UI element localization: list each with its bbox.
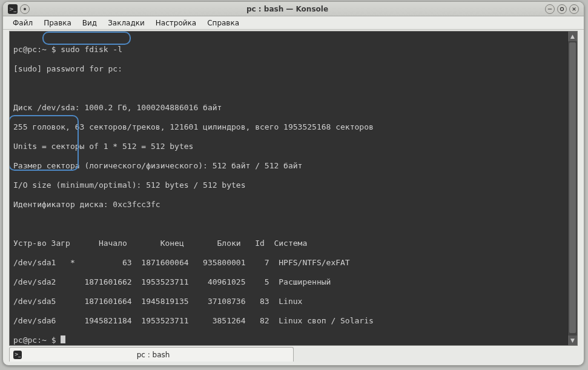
io-size-line: I/O size (minimum/optimal): 512 bytes / … — [13, 180, 564, 190]
prompt-symbol-2: $ — [51, 335, 56, 345]
sudo-password-line: [sudo] password for pc: — [13, 64, 564, 74]
menubar: Файл Правка Вид Закладки Настройка Справ… — [3, 16, 584, 30]
prompt-line-1: pc@pc:~ $ sudo fdisk -l — [13, 45, 564, 55]
heads-line: 255 головок, 63 секторов/треков, 121601 … — [13, 122, 564, 132]
tabbar: >_ pc : bash — [9, 347, 578, 362]
window-controls — [545, 4, 584, 14]
partition-row-sda1: /dev/sda1 * 63 1871600064 935800001 7 HP… — [13, 258, 564, 268]
partition-row-sda5: /dev/sda5 1871601664 1945819135 37108736… — [13, 297, 564, 306]
window-title: pc : bash — Konsole — [30, 5, 545, 13]
app-icon: >_ — [8, 4, 18, 14]
terminal-icon: >_ — [13, 351, 22, 359]
prompt-user-2: pc@pc:~ — [13, 335, 47, 345]
maximize-button[interactable] — [557, 4, 567, 14]
close-button[interactable] — [569, 4, 579, 14]
menu-file[interactable]: Файл — [8, 18, 38, 28]
scroll-up-button[interactable]: ▲ — [568, 31, 577, 41]
sector-size-line: Размер сектора (логического/физического)… — [13, 161, 564, 171]
menu-settings[interactable]: Настройка — [151, 18, 201, 28]
blank-line — [13, 84, 564, 93]
svg-point-0 — [24, 8, 26, 10]
titlebar-left-icons: >_ — [3, 4, 30, 14]
partition-table-header: Устр-во Загр Начало Конец Блоки Id Систе… — [13, 239, 564, 248]
disk-id-line: Идентификатор диска: 0xc3fcc3fc — [13, 200, 564, 210]
command-text: sudo fdisk -l — [61, 45, 122, 54]
prompt-line-2: pc@pc:~ $ — [13, 335, 564, 345]
blank-line-2 — [13, 219, 564, 229]
prompt-symbol: $ — [51, 45, 56, 54]
terminal[interactable]: pc@pc:~ $ sudo fdisk -l [sudo] password … — [10, 31, 567, 345]
scroll-thumb[interactable] — [569, 42, 576, 333]
tab-label: pc : bash — [25, 351, 293, 359]
menu-help[interactable]: Справка — [202, 18, 244, 28]
konsole-window: >_ pc : bash — Konsole Файл Правка Вид З… — [2, 1, 584, 366]
titlebar-pin-button[interactable] — [20, 4, 30, 14]
scroll-down-button[interactable]: ▼ — [568, 335, 577, 345]
highlight-command — [42, 31, 131, 45]
units-line: Units = секторы of 1 * 512 = 512 bytes — [13, 142, 564, 151]
terminal-area: pc@pc:~ $ sudo fdisk -l [sudo] password … — [9, 31, 578, 346]
scrollbar[interactable]: ▲ ▼ — [567, 31, 577, 345]
menu-view[interactable]: Вид — [78, 18, 102, 28]
menu-bookmarks[interactable]: Закладки — [103, 18, 150, 28]
prompt-user: pc@pc:~ — [13, 45, 47, 54]
svg-point-2 — [560, 7, 563, 10]
partition-row-sda6: /dev/sda6 1945821184 1953523711 3851264 … — [13, 316, 564, 326]
titlebar: >_ pc : bash — Konsole — [3, 2, 584, 16]
menu-edit[interactable]: Правка — [39, 18, 76, 28]
cursor — [61, 335, 65, 343]
partition-row-sda2: /dev/sda2 1871601662 1953523711 40961025… — [13, 277, 564, 287]
disk-line: Диск /dev/sda: 1000.2 Гб, 1000204886016 … — [13, 103, 564, 113]
minimize-button[interactable] — [545, 4, 555, 14]
tab-pc-bash[interactable]: >_ pc : bash — [9, 347, 294, 362]
